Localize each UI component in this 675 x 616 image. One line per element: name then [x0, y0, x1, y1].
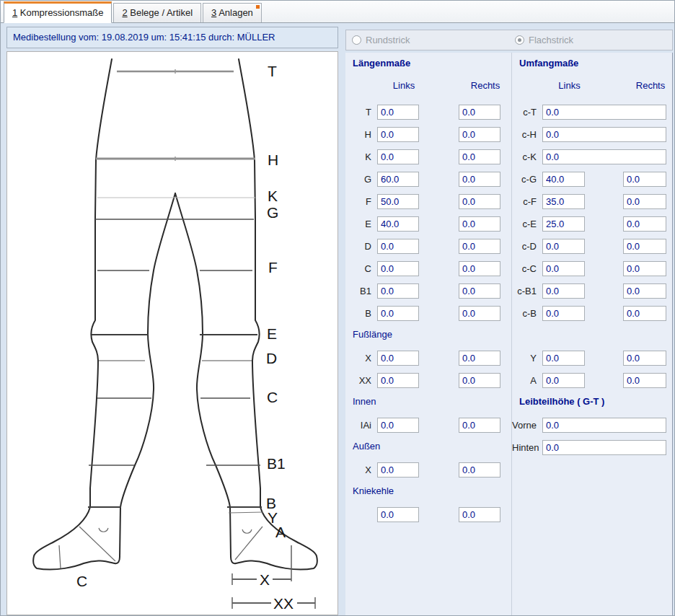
radio-flachstrick[interactable]: Flachstrick [515, 30, 573, 50]
input-umfang-c-c-rechts[interactable] [623, 261, 666, 276]
tab-label: Belege / Artikel [128, 7, 193, 18]
diagram-label-x: X [260, 571, 270, 588]
row-label: c-F [512, 196, 542, 207]
input-fuss-xx-links[interactable] [377, 373, 419, 388]
input-leibteil-hinten[interactable] [542, 440, 666, 455]
input-umfang-c-c-links[interactable] [542, 261, 585, 276]
row-c-h: c-H [512, 123, 673, 146]
input-y-rechts[interactable] [623, 351, 666, 366]
input-laengen-t-rechts[interactable] [459, 105, 500, 120]
input-laengen-e-links[interactable] [377, 216, 419, 232]
section-title-laengenmasse: Längenmaße [345, 53, 511, 76]
input-y-links[interactable] [542, 351, 585, 366]
input-laengen-h-links[interactable] [377, 127, 419, 142]
row-fuss-xx: XX [345, 369, 511, 392]
diagram-label-xx: XX [273, 595, 294, 612]
input-laengen-g-links[interactable] [377, 172, 419, 187]
row-label: Vorne [512, 420, 542, 431]
input-iai-rechts[interactable] [459, 418, 500, 433]
input-laengen-c-rechts[interactable] [459, 261, 500, 276]
row-label: K [345, 151, 377, 162]
input-laengen-d-rechts[interactable] [459, 239, 500, 254]
input-umfang-c-d-links[interactable] [542, 239, 585, 254]
row-label: c-D [512, 241, 542, 252]
row-label: Hinten [512, 442, 542, 453]
input-umfang-c-e-links[interactable] [542, 216, 585, 232]
radio-circle-icon [352, 35, 361, 45]
input-laengen-d-links[interactable] [377, 239, 419, 254]
row-c-g: c-G [512, 168, 673, 190]
tab-kompressionsmasse[interactable]: 1 Kompressionsmaße [4, 1, 112, 23]
diagram-label-e: E [267, 325, 277, 342]
diagram-label-k: K [268, 188, 278, 204]
row-b: B [345, 302, 511, 325]
row-kniekehle [345, 503, 511, 526]
diagram-label-g: G [267, 204, 278, 221]
row-label: c-T [512, 107, 542, 118]
row-c-c: c-C [512, 258, 673, 280]
row-label: c-C [512, 263, 542, 274]
input-umfang-c-t[interactable] [542, 105, 666, 120]
input-aussen-x-links[interactable] [377, 462, 419, 478]
radio-circle-icon [515, 35, 524, 45]
measurement-form: Längenmaße Links Rechts T H K G F [345, 53, 673, 616]
row-label: E [345, 219, 377, 229]
section-title-innen: Innen [345, 392, 511, 414]
input-laengen-b-links[interactable] [377, 306, 419, 321]
input-laengen-b1-links[interactable] [377, 283, 419, 299]
input-leibteil-vorne[interactable] [542, 418, 666, 433]
row-c-b1: c-B1 [512, 280, 673, 302]
row-c-f: c-F [512, 190, 673, 213]
input-umfang-c-d-rechts[interactable] [623, 239, 666, 254]
row-label: c-E [512, 219, 542, 229]
tab-belege-artikel[interactable]: 2 Belege / Artikel [113, 3, 201, 22]
knit-type-bar: Rundstrick Flachstrick [345, 30, 673, 50]
input-kniekehle-links[interactable] [377, 507, 419, 522]
col-header-rechts: Rechts [464, 80, 506, 101]
tab-anlagen[interactable]: 3 Anlagen [203, 3, 262, 22]
input-umfang-c-f-links[interactable] [542, 194, 585, 209]
input-laengen-c-links[interactable] [377, 261, 419, 276]
input-laengen-b-rechts[interactable] [459, 306, 500, 321]
input-laengen-k-links[interactable] [377, 149, 419, 164]
input-laengen-t-links[interactable] [377, 105, 419, 120]
input-umfang-c-k[interactable] [542, 149, 666, 164]
input-iai-links[interactable] [377, 418, 419, 433]
input-laengen-b1-rechts[interactable] [459, 283, 500, 299]
row-label: X [345, 353, 377, 364]
leg-measurement-diagram: T H K G F E D C B1 B Y A X XX C [6, 51, 338, 615]
input-umfang-c-g-links[interactable] [542, 172, 585, 187]
input-kniekehle-rechts[interactable] [459, 507, 500, 522]
input-aussen-x-rechts[interactable] [459, 462, 500, 478]
input-fuss-x-links[interactable] [377, 351, 419, 366]
row-h: H [345, 123, 511, 146]
input-umfang-c-e-rechts[interactable] [623, 216, 666, 232]
input-laengen-f-links[interactable] [377, 194, 419, 209]
input-umfang-c-g-rechts[interactable] [623, 172, 666, 187]
input-laengen-h-rechts[interactable] [459, 127, 500, 142]
input-laengen-g-rechts[interactable] [459, 172, 500, 187]
input-fuss-x-rechts[interactable] [459, 351, 500, 366]
row-d: D [345, 235, 511, 258]
input-umfang-c-b-rechts[interactable] [623, 306, 666, 321]
row-label: c-B1 [512, 286, 542, 296]
input-laengen-k-rechts[interactable] [459, 149, 500, 164]
input-laengen-e-rechts[interactable] [459, 216, 500, 232]
radio-rundstrick[interactable]: Rundstrick [352, 30, 410, 50]
input-umfang-c-b-links[interactable] [542, 306, 585, 321]
input-umfang-c-f-rechts[interactable] [623, 194, 666, 209]
row-c-d: c-D [512, 235, 673, 258]
input-umfang-c-h[interactable] [542, 127, 666, 142]
tab-label: Kompressionsmaße [17, 7, 103, 18]
tab-bar: 1 Kompressionsmaße 2 Belege / Artikel 3 … [1, 1, 675, 23]
input-a-rechts[interactable] [623, 373, 666, 388]
input-fuss-xx-rechts[interactable] [459, 373, 500, 388]
row-label: B [345, 308, 377, 319]
row-label: F [345, 196, 377, 207]
input-laengen-f-rechts[interactable] [459, 194, 500, 209]
input-a-links[interactable] [542, 373, 585, 388]
row-label: H [345, 129, 377, 140]
input-umfang-c-b1-rechts[interactable] [623, 283, 666, 299]
radio-label: Flachstrick [529, 35, 573, 45]
input-umfang-c-b1-links[interactable] [542, 283, 585, 299]
